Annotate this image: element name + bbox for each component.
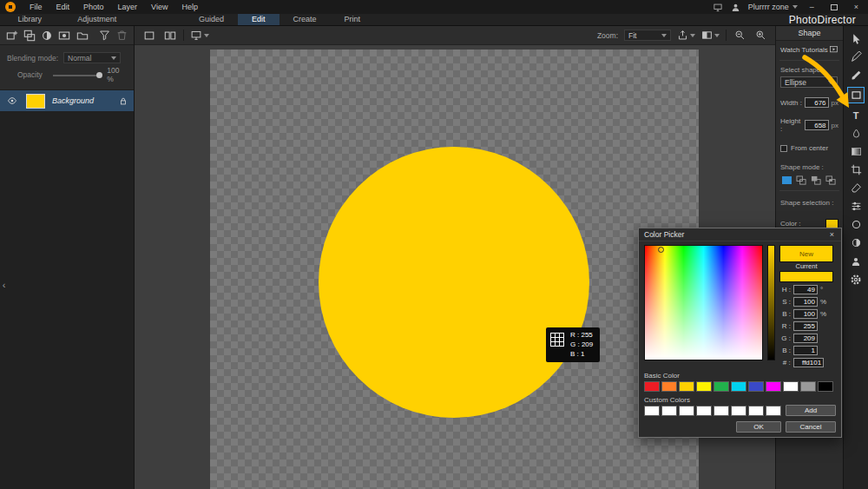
color-swatch[interactable]: [731, 381, 746, 392]
removal-tool-button[interactable]: [848, 182, 864, 195]
color-swatch[interactable]: [713, 406, 729, 416]
color-swatch[interactable]: [696, 381, 712, 392]
tab-library[interactable]: Library: [4, 14, 56, 25]
add-color-button[interactable]: Add: [786, 405, 836, 416]
display-select[interactable]: [190, 30, 209, 41]
canvas-artboard[interactable]: R : 255 G : 209 B : 1: [210, 50, 699, 489]
shape-mode-new-button[interactable]: [780, 175, 792, 186]
color-swatch[interactable]: [748, 406, 764, 416]
ellipse-shape[interactable]: [319, 147, 589, 418]
gradient-tool-button[interactable]: [848, 145, 864, 158]
compare-button[interactable]: [701, 30, 720, 41]
shape-mode-subtract-button[interactable]: [810, 175, 822, 186]
hex-input[interactable]: ffd101: [793, 358, 824, 367]
menu-view[interactable]: View: [144, 3, 174, 11]
zoom-out-icon[interactable]: [733, 29, 747, 43]
minimize-button[interactable]: –: [806, 3, 819, 11]
close-button[interactable]: ×: [850, 3, 863, 11]
menu-photo[interactable]: Photo: [76, 3, 111, 11]
opacity-slider[interactable]: [53, 71, 101, 79]
adjustment-layer-icon[interactable]: [41, 29, 54, 43]
filter-icon[interactable]: [97, 29, 110, 43]
from-center-checkbox[interactable]: From center: [776, 144, 843, 152]
dialog-titlebar[interactable]: Color Picker ×: [639, 228, 841, 241]
color-marker[interactable]: [658, 247, 664, 253]
tab-edit[interactable]: Edit: [238, 14, 279, 25]
color-swatch[interactable]: [766, 406, 781, 416]
color-swatch[interactable]: [800, 381, 816, 392]
shape-tool-button[interactable]: [847, 87, 865, 103]
dual-view-icon[interactable]: [162, 29, 177, 43]
single-view-icon[interactable]: [141, 29, 156, 43]
cancel-button[interactable]: Cancel: [786, 421, 836, 433]
fill-tool-button[interactable]: [848, 127, 864, 140]
new-layer-icon[interactable]: [5, 29, 18, 43]
shape-mode-add-button[interactable]: [795, 175, 807, 186]
checkbox-icon[interactable]: [780, 145, 787, 152]
zoom-select[interactable]: Fit: [624, 30, 671, 41]
color-swatch[interactable]: [644, 406, 660, 416]
mask-layer-icon[interactable]: [58, 29, 71, 43]
duplicate-layer-icon[interactable]: [23, 29, 36, 43]
pen-tool-button[interactable]: [848, 50, 864, 63]
menu-file[interactable]: File: [23, 3, 49, 11]
color-swatch[interactable]: [679, 381, 694, 392]
color-swatch[interactable]: [644, 381, 660, 392]
green-input[interactable]: 209: [793, 334, 818, 343]
layer-row-background[interactable]: Background: [0, 90, 134, 111]
color-swatch[interactable]: [679, 406, 694, 416]
menu-edit[interactable]: Edit: [49, 3, 77, 11]
user-icon[interactable]: [731, 3, 740, 12]
slider-handle[interactable]: [96, 72, 102, 78]
adjustment-tool-button[interactable]: [848, 200, 864, 213]
brightness-input[interactable]: 100: [793, 309, 818, 319]
collapse-panel-icon[interactable]: ‹: [0, 276, 8, 294]
red-input[interactable]: 255: [793, 321, 818, 331]
color-swatch[interactable]: [661, 406, 677, 416]
zoom-in-icon[interactable]: [753, 29, 768, 43]
color-swatch[interactable]: [696, 406, 712, 416]
group-layer-icon[interactable]: [76, 29, 89, 43]
color-swatch[interactable]: [661, 381, 677, 392]
hue-input[interactable]: 49: [793, 285, 818, 294]
eye-icon[interactable]: [6, 96, 18, 106]
shape-select[interactable]: Ellipse: [780, 76, 838, 88]
text-tool-button[interactable]: T: [848, 109, 864, 122]
close-icon[interactable]: ×: [828, 230, 836, 239]
tab-print[interactable]: Print: [331, 14, 375, 25]
effects-tool-button[interactable]: [848, 236, 864, 249]
cast-icon[interactable]: [713, 3, 723, 12]
color-swatch[interactable]: [783, 381, 799, 392]
crop-tool-button[interactable]: [848, 163, 864, 176]
width-input[interactable]: 676: [805, 97, 828, 108]
ok-button[interactable]: OK: [736, 421, 781, 433]
watch-tutorials-button[interactable]: Watch Tutorials: [776, 41, 843, 57]
portrait-tool-button[interactable]: [848, 254, 864, 268]
color-swatch[interactable]: [748, 381, 764, 392]
brush-tool-button[interactable]: [848, 69, 864, 82]
tab-guided[interactable]: Guided: [185, 14, 238, 25]
height-input[interactable]: 658: [805, 120, 828, 130]
shape-mode-intersect-button[interactable]: [825, 175, 837, 186]
blue-input[interactable]: 1: [793, 346, 818, 355]
tab-adjustment[interactable]: Adjustment: [63, 14, 130, 25]
select-tool-button[interactable]: [848, 32, 864, 45]
tab-create[interactable]: Create: [279, 14, 331, 25]
settings-button[interactable]: [848, 273, 864, 286]
color-swatch[interactable]: [818, 381, 833, 392]
app-logo-icon[interactable]: [5, 2, 16, 12]
menu-layer[interactable]: Layer: [111, 3, 145, 11]
maximize-button[interactable]: [831, 4, 838, 10]
blending-mode-select[interactable]: Normal: [63, 52, 121, 63]
account-menu[interactable]: Plurrrr zone: [748, 3, 798, 11]
saturation-field[interactable]: [644, 245, 763, 360]
color-swatch[interactable]: [731, 406, 746, 416]
export-button[interactable]: [677, 30, 695, 41]
lock-icon[interactable]: [119, 96, 128, 106]
blur-tool-button[interactable]: [848, 218, 864, 231]
brightness-slider[interactable]: [767, 245, 775, 360]
color-swatch[interactable]: [713, 381, 729, 392]
trash-icon[interactable]: [115, 29, 128, 43]
color-swatch[interactable]: [766, 381, 781, 392]
saturation-input[interactable]: 100: [793, 297, 818, 307]
